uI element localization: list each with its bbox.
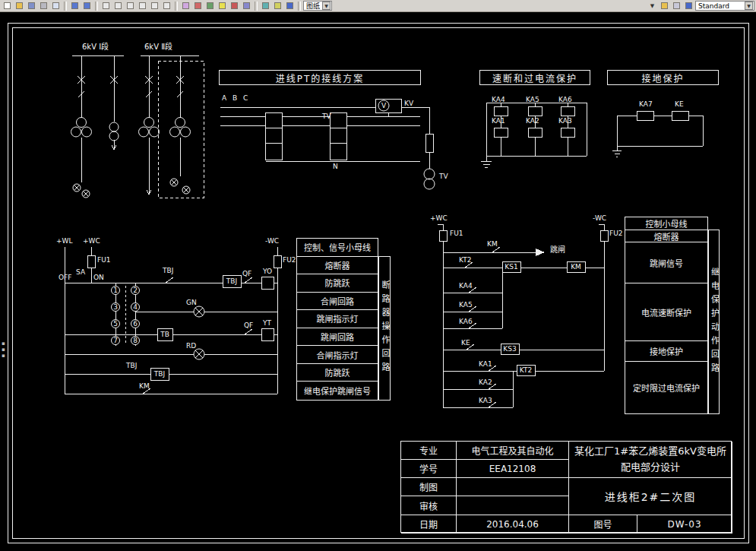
title-block-label: 学号 xyxy=(401,460,457,478)
chevron-down-icon[interactable]: ▼ xyxy=(647,1,658,11)
properties-icon[interactable] xyxy=(260,1,271,11)
project-title-line2: 配电部分设计 xyxy=(621,460,680,475)
legend-row: 跳闸指示灯 xyxy=(297,310,378,328)
cad-application-window: { "colors": {"canvas_bg":"#000000","line… xyxy=(0,0,756,551)
legend-row: 控制小母线 xyxy=(625,217,707,230)
zoom-extents-icon[interactable] xyxy=(149,1,160,11)
toolbar-right-group: ▼ xyxy=(647,1,694,11)
legend-row: 合闸回路 xyxy=(297,293,378,311)
title-block-value xyxy=(457,496,569,515)
legend-row: 防跳跃 xyxy=(297,274,378,293)
legend-row: 跳闸回路 xyxy=(297,328,378,347)
open-file-icon[interactable] xyxy=(14,1,25,11)
layers-icon[interactable] xyxy=(217,1,228,11)
project-title: 某化工厂1#苯乙烯装置6kV变电所 配电部分设计 xyxy=(569,442,732,478)
ground-header: 接地保护 xyxy=(607,70,719,85)
legend-row: 继电保护跳闸信号 xyxy=(297,382,378,400)
zoom-in-icon[interactable] xyxy=(125,1,136,11)
relay-protection-side-label: 继电保护动作回路 xyxy=(708,230,720,414)
chevron-down-icon[interactable]: ▼ xyxy=(745,2,753,10)
zoom-previous-icon[interactable] xyxy=(161,1,172,11)
legend-row: 接地保护 xyxy=(625,341,707,362)
print-preview-icon[interactable] xyxy=(50,1,62,11)
zoom-out-icon[interactable] xyxy=(137,1,148,11)
toolbar-left-group xyxy=(2,1,302,11)
title-block-label: 审核 xyxy=(401,496,457,515)
title-block-value xyxy=(457,478,569,496)
chevron-down-icon[interactable]: ▼ xyxy=(322,2,331,10)
legend-row: 熔断器 xyxy=(625,230,707,242)
title-block: 专业 电气工程及其自动化 某化工厂1#苯乙烯装置6kV变电所 配电部分设计 学号… xyxy=(400,441,732,533)
legend-row: 防跳跃 xyxy=(297,364,378,382)
legend-row: 控制、信号小母线 xyxy=(297,239,378,257)
relay-protection-legend: 控制小母线 熔断器 跳闸信号 电流速断保护 接地保护 定时限过电流保护 xyxy=(625,217,708,414)
breaker-circuit-side-label: 断路器操作回路 xyxy=(378,256,391,401)
regen-icon[interactable] xyxy=(204,1,216,11)
legend-row: 电流速断保护 xyxy=(625,283,707,341)
sheet-name: 进线柜2#二次图 xyxy=(569,478,732,515)
redraw-icon[interactable] xyxy=(192,1,204,11)
toolbar-separator xyxy=(64,2,67,11)
paper-combo[interactable]: 图纸 ▼ xyxy=(303,1,332,11)
linetype-icon[interactable] xyxy=(241,1,252,11)
whats-this-icon[interactable] xyxy=(683,1,694,11)
drawing-no-label: 图号 xyxy=(569,515,637,534)
overcurrent-header: 速断和过电流保护 xyxy=(479,70,590,85)
toolbar-separator xyxy=(95,2,98,11)
title-block-value: 2016.04.06 xyxy=(457,515,569,534)
drawing-no-value: DW-03 xyxy=(637,515,732,534)
legend-row: 合闸指示灯 xyxy=(297,346,378,364)
tool-palettes-icon[interactable] xyxy=(659,1,670,11)
zoom-dynamic-icon[interactable] xyxy=(112,1,124,11)
calculator-icon[interactable] xyxy=(671,1,682,11)
help-icon[interactable] xyxy=(284,1,296,11)
toolbar: 图纸 ▼ ▼ Standard ▼ xyxy=(0,0,756,12)
save-file-icon[interactable] xyxy=(26,1,37,11)
breaker-circuit-legend: 控制、信号小母线 熔断器 防跳跃 合闸回路 跳闸指示灯 跳闸回路 合闸指示灯 防… xyxy=(296,238,378,401)
new-file-icon[interactable] xyxy=(2,1,13,11)
toolbar-separator xyxy=(298,2,301,11)
drawing-canvas[interactable]: 进线PT的接线方案 速断和过电流保护 接地保护 控制、信号小母线 熔断器 防跳跃… xyxy=(0,0,756,551)
zoom-window-icon[interactable] xyxy=(100,1,112,11)
title-block-label: 专业 xyxy=(401,442,457,460)
standard-combo-label: Standard xyxy=(698,2,729,10)
project-title-line1: 某化工厂1#苯乙烯装置6kV变电所 xyxy=(574,444,726,459)
toolbar-separator xyxy=(255,2,258,11)
undo-icon[interactable] xyxy=(69,1,81,11)
match-properties-icon[interactable] xyxy=(272,1,283,11)
legend-row: 跳闸信号 xyxy=(625,242,707,283)
pan-icon[interactable] xyxy=(180,1,191,11)
pt-scheme-header: 进线PT的接线方案 xyxy=(219,70,421,85)
title-block-label: 日期 xyxy=(401,515,457,534)
redo-icon[interactable] xyxy=(81,1,93,11)
dock-grip[interactable]: ▪▪▪ xyxy=(2,340,5,359)
title-block-value: EEA12108 xyxy=(457,460,569,478)
legend-row: 熔断器 xyxy=(297,257,378,275)
paper-combo-label: 图纸 xyxy=(306,1,320,11)
standard-combo[interactable]: Standard ▼ xyxy=(695,1,754,11)
legend-row: 定时限过电流保护 xyxy=(625,362,707,413)
toolbar-separator xyxy=(175,2,178,11)
plot-icon[interactable] xyxy=(38,1,49,11)
title-block-value: 电气工程及其自动化 xyxy=(457,442,569,460)
layer-color-icon[interactable] xyxy=(229,1,240,11)
title-block-label: 制图 xyxy=(401,478,457,496)
